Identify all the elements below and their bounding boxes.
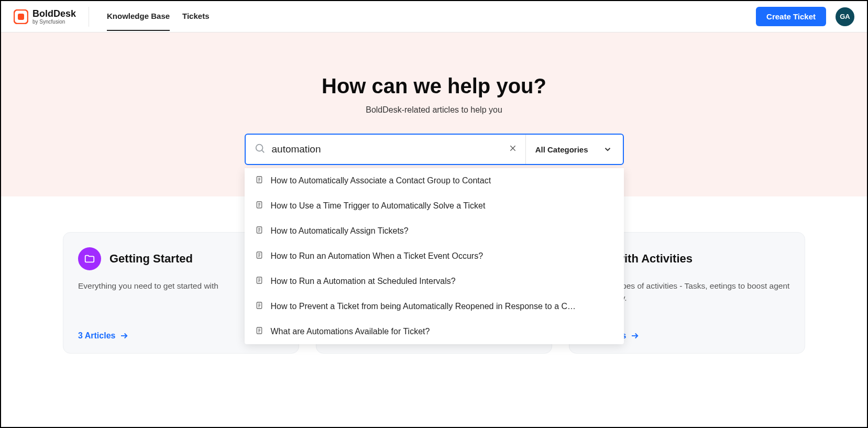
nav: Knowledge Base Tickets [104, 2, 209, 31]
brand-name: BoldDesk [32, 9, 76, 18]
document-icon [255, 251, 263, 261]
nav-tickets[interactable]: Tickets [182, 2, 209, 31]
logo-mark-icon [14, 9, 28, 24]
search-result-item[interactable]: How to Prevent a Ticket from being Autom… [245, 294, 624, 319]
card-title: Getting Started [109, 252, 193, 266]
document-icon [255, 326, 263, 337]
category-select[interactable]: All Categories [526, 145, 623, 154]
chevron-down-icon [603, 145, 612, 154]
document-icon [255, 226, 263, 236]
hero-title: How can we help you? [1, 74, 867, 98]
card-link-label: 3 Articles [78, 331, 115, 341]
search-input[interactable] [272, 144, 500, 155]
clear-search-button[interactable] [500, 144, 525, 155]
document-icon [255, 276, 263, 287]
avatar[interactable]: GA [836, 7, 854, 26]
document-icon [255, 175, 263, 186]
search-result-item[interactable]: What are Automations Available for Ticke… [245, 319, 624, 344]
header-right: Create Ticket GA [756, 7, 854, 26]
arrow-right-icon [630, 331, 640, 341]
result-title: How to Prevent a Ticket from being Autom… [271, 302, 576, 311]
search-icon [254, 142, 266, 156]
search-result-item[interactable]: How to Automatically Assign Tickets? [245, 218, 624, 244]
logo-text: BoldDesk by Syncfusion [32, 9, 76, 25]
create-ticket-button[interactable]: Create Ticket [756, 7, 826, 26]
search-results-dropdown[interactable]: How to Automatically Associate a Contact… [245, 168, 624, 344]
logo[interactable]: BoldDesk by Syncfusion [14, 7, 89, 27]
search-result-item[interactable]: How to Automatically Associate a Contact… [245, 168, 624, 193]
result-title: What are Automations Available for Ticke… [271, 327, 430, 336]
search-box: All Categories [245, 134, 624, 165]
document-icon [255, 201, 263, 211]
category-label: All Categories [535, 145, 588, 154]
header-left: BoldDesk by Syncfusion Knowledge Base Ti… [14, 2, 210, 31]
svg-point-2 [256, 145, 262, 151]
document-icon [255, 301, 263, 312]
arrow-right-icon [119, 331, 129, 341]
close-icon [509, 144, 517, 152]
result-title: How to Automatically Assign Tickets? [271, 226, 409, 236]
search-container: All Categories How to Automatically Asso… [245, 134, 624, 165]
hero-subtitle: BoldDesk-related articles to help you [1, 105, 867, 115]
result-title: How to Automatically Associate a Contact… [271, 176, 491, 185]
search-result-item[interactable]: How to Run a Automation at Scheduled Int… [245, 269, 624, 294]
result-title: How to Run a Automation at Scheduled Int… [271, 277, 456, 286]
hero: How can we help you? BoldDesk-related ar… [1, 32, 867, 196]
result-title: How to Run an Automation When a Ticket E… [271, 251, 484, 261]
brand-byline: by Syncfusion [32, 19, 76, 25]
header: BoldDesk by Syncfusion Knowledge Base Ti… [1, 1, 867, 32]
svg-rect-1 [18, 14, 24, 20]
result-title: How to Use a Time Trigger to Automatical… [271, 201, 486, 211]
search-result-item[interactable]: How to Use a Time Trigger to Automatical… [245, 193, 624, 218]
folder-icon [78, 247, 101, 270]
svg-line-3 [262, 150, 264, 152]
search-result-item[interactable]: How to Run an Automation When a Ticket E… [245, 244, 624, 269]
nav-knowledge-base[interactable]: Knowledge Base [107, 2, 170, 31]
